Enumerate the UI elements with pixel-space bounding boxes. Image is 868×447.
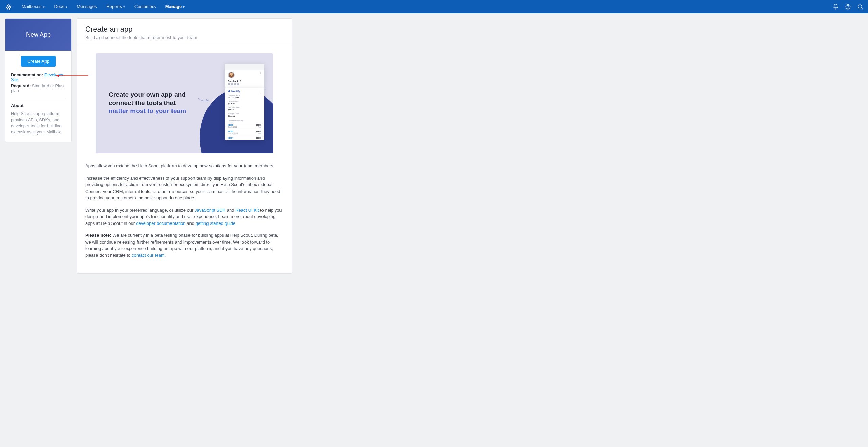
page-title: Create an app bbox=[85, 25, 284, 34]
bell-icon[interactable] bbox=[833, 4, 839, 10]
top-nav: Mailboxes▾ Docs▾ Messages Reports▾ Custo… bbox=[0, 0, 868, 13]
nav-manage[interactable]: Manage▾ bbox=[161, 0, 189, 13]
documentation-line: Documentation: Developer Site bbox=[11, 73, 66, 82]
please-note-label: Please note: bbox=[85, 233, 111, 238]
order-row: #1060Nov 18, 2021$34.99Paid bbox=[228, 129, 261, 136]
javascript-sdk-link[interactable]: JavaScript SDK bbox=[195, 208, 225, 213]
nav-label: Mailboxes bbox=[22, 4, 42, 9]
body-paragraph-4: Please note: We are currently in a beta … bbox=[85, 232, 284, 258]
search-icon[interactable] bbox=[857, 4, 863, 10]
order-amount: $34.99 bbox=[256, 137, 261, 139]
hero-app-card: ⋮ Mockify Customer SinceOct 30 2012 Life… bbox=[225, 88, 264, 140]
hero-illustration: Create your own app and connect the tool… bbox=[96, 53, 273, 153]
nav-messages[interactable]: Messages bbox=[72, 0, 102, 13]
body-paragraph-3: Write your app in your preferred languag… bbox=[85, 207, 284, 227]
documentation-label: Documentation: bbox=[11, 73, 43, 77]
nav-label: Manage bbox=[165, 4, 182, 9]
avatar bbox=[228, 72, 235, 78]
divider bbox=[11, 98, 66, 98]
stat-value: $339.89 bbox=[228, 103, 261, 105]
order-date: Dec 3, 2021 bbox=[228, 126, 237, 128]
contact-team-link[interactable]: contact our team bbox=[132, 253, 165, 258]
nav-customers[interactable]: Customers bbox=[130, 0, 161, 13]
text: . bbox=[165, 253, 166, 258]
about-text: Help Scout's app platform provides APIs,… bbox=[11, 111, 66, 136]
required-label: Required: bbox=[11, 84, 31, 88]
order-id: #1214 bbox=[228, 137, 233, 139]
order-status: Paid bbox=[256, 132, 261, 135]
help-icon[interactable] bbox=[845, 4, 851, 10]
create-app-button[interactable]: Create App bbox=[21, 56, 55, 67]
chevron-down-icon: ▾ bbox=[66, 5, 67, 9]
nav-label: Docs bbox=[54, 4, 65, 9]
text: and bbox=[225, 208, 235, 213]
recent-orders-label: Recent Orders (3) bbox=[228, 120, 261, 122]
nav-label: Customers bbox=[134, 4, 156, 9]
text: . bbox=[235, 221, 237, 226]
text: and bbox=[186, 221, 196, 226]
arrow-icon bbox=[198, 97, 209, 105]
nav-docs[interactable]: Docs▾ bbox=[50, 0, 72, 13]
sidebar-title: New App bbox=[5, 19, 71, 51]
app-brand: Mockify bbox=[228, 90, 261, 92]
nav-reports[interactable]: Reports▾ bbox=[102, 0, 130, 13]
text: We are currently in a beta testing phase… bbox=[85, 233, 278, 258]
sidebar: New App Create App Documentation: Develo… bbox=[5, 18, 72, 142]
hero-profile-card: ⋮ Stephanie J. bbox=[225, 64, 264, 88]
stat-value: Oct 30 2012 bbox=[228, 96, 261, 99]
react-ui-kit-link[interactable]: React UI Kit bbox=[235, 208, 259, 213]
about-heading: About bbox=[11, 103, 66, 108]
logo-icon[interactable] bbox=[5, 3, 12, 11]
required-line: Required: Standard or Plus plan bbox=[11, 84, 66, 93]
text: Write your app in your preferred languag… bbox=[85, 208, 195, 213]
nav-label: Reports bbox=[106, 4, 122, 9]
hero-line-3: matter most to your team bbox=[109, 107, 197, 115]
nav-label: Messages bbox=[77, 4, 97, 9]
chevron-down-icon: ▾ bbox=[183, 5, 185, 9]
more-icon: ⋮ bbox=[259, 90, 262, 94]
body-paragraph-2: Increase the efficiency and effectivenes… bbox=[85, 175, 284, 201]
more-icon: ⋮ bbox=[259, 72, 262, 75]
order-status: Paid bbox=[256, 126, 261, 128]
nav-mailboxes[interactable]: Mailboxes▾ bbox=[17, 0, 50, 13]
stat-value: $89.93 bbox=[228, 109, 261, 111]
profile-name: Stephanie J. bbox=[228, 80, 261, 82]
stat-value: $113.97 bbox=[228, 115, 261, 117]
page-subtitle: Build and connect the tools that matter … bbox=[85, 35, 284, 40]
developer-documentation-link[interactable]: developer documentation bbox=[136, 221, 186, 226]
order-row: #1214$34.99 bbox=[228, 136, 261, 140]
order-row: #1363Dec 3, 2021$34.99Paid bbox=[228, 123, 261, 129]
order-date: Nov 18, 2021 bbox=[228, 132, 238, 135]
chevron-down-icon: ▾ bbox=[123, 5, 125, 9]
svg-point-1 bbox=[848, 8, 848, 8]
social-icons bbox=[228, 83, 261, 85]
hero-line-2: connect the tools that bbox=[109, 99, 197, 107]
body-paragraph-1: Apps allow you extend the Help Scout pla… bbox=[85, 163, 284, 169]
svg-point-2 bbox=[858, 5, 862, 8]
getting-started-guide-link[interactable]: getting started guide bbox=[196, 221, 236, 226]
chevron-down-icon: ▾ bbox=[43, 5, 45, 9]
main-panel: Create an app Build and connect the tool… bbox=[77, 18, 292, 274]
hero-line-1: Create your own app and bbox=[109, 91, 197, 99]
